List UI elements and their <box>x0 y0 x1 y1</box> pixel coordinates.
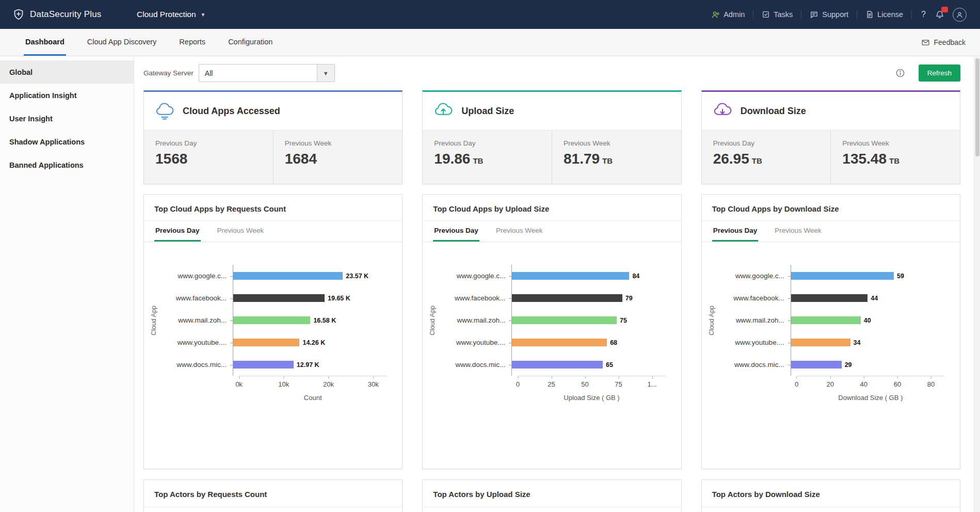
stat-value: 135.48TB <box>842 151 960 167</box>
bar-category-label: www.docs.mic... <box>718 361 791 369</box>
chart-tab-previous-week[interactable]: Previous Week <box>495 221 544 242</box>
bar[interactable] <box>791 361 842 369</box>
bar-row: www.mail.zoh...40 <box>718 309 944 331</box>
license-link[interactable]: License <box>865 10 903 19</box>
vertical-scrollbar[interactable] <box>974 57 980 512</box>
topbar-right: Admin Tasks Support <box>711 8 967 22</box>
tab-configuration[interactable]: Configuration <box>227 29 274 56</box>
x-axis-tick: 30k <box>368 380 379 388</box>
bar-value-label: 79 <box>625 295 633 302</box>
bar-value-label: 34 <box>854 339 861 346</box>
chart-tab-previous-week[interactable]: Previous Week <box>216 221 265 242</box>
bar[interactable] <box>233 294 325 302</box>
bar[interactable] <box>233 361 294 369</box>
tab-cloud-app-discovery[interactable]: Cloud App Discovery <box>86 29 158 56</box>
bar-track: 29 <box>791 354 944 376</box>
bar[interactable] <box>791 272 894 280</box>
bar-row: www.facebook...44 <box>718 287 944 309</box>
help-icon[interactable]: ? <box>920 10 927 19</box>
summary-card-header: Cloud Apps Accessed <box>144 92 402 130</box>
admin-label: Admin <box>724 10 745 19</box>
separator <box>857 10 857 19</box>
module-name: Cloud Protection <box>137 10 196 19</box>
support-link[interactable]: Support <box>810 10 848 19</box>
chart-tab-previous-day[interactable]: Previous Day <box>712 221 759 242</box>
tasks-link[interactable]: Tasks <box>762 10 793 19</box>
content: Gateway Server All ▼ Refresh <box>134 56 980 512</box>
bar-category-label: www.docs.mic... <box>439 361 511 369</box>
sidebar-item-user-insight[interactable]: User Insight <box>0 107 134 130</box>
bar-category-label: www.mail.zoh... <box>160 316 233 324</box>
bar-track: 23.57 K <box>233 265 387 287</box>
bar-value-label: 14.26 K <box>302 339 325 346</box>
x-axis: 02550751... <box>518 376 665 389</box>
sidebar-item-shadow-applications[interactable]: Shadow Applications <box>0 130 134 153</box>
chart-title: Top Cloud Apps by Requests Count <box>144 195 402 221</box>
bar-value-label: 23.57 K <box>346 273 368 280</box>
sidebar: Global Application Insight User Insight … <box>0 56 134 512</box>
tab-reports[interactable]: Reports <box>178 29 207 56</box>
bar-track: 65 <box>511 354 665 376</box>
bar[interactable] <box>233 339 299 346</box>
sidebar-item-banned-applications[interactable]: Banned Applications <box>0 153 134 177</box>
support-label: Support <box>822 10 848 19</box>
previous-day-stat: Previous Day 1568 <box>144 131 273 184</box>
summary-card-header: Upload Size <box>423 92 681 130</box>
x-axis-tick: 20k <box>323 380 334 388</box>
stat-label: Previous Week <box>842 139 960 147</box>
module-switcher[interactable]: Cloud Protection ▼ <box>137 10 206 19</box>
stat-label: Previous Day <box>713 139 831 147</box>
tab-dashboard[interactable]: Dashboard <box>24 29 66 56</box>
x-axis-tick: 20 <box>827 380 834 388</box>
separator <box>753 10 753 19</box>
sidebar-item-application-insight[interactable]: Application Insight <box>0 84 134 107</box>
bar-value-label: 68 <box>610 339 617 346</box>
x-axis-tick: 40 <box>860 380 867 388</box>
admin-link[interactable]: Admin <box>711 10 745 19</box>
summary-card-stats: Previous Day 19.86TB Previous Week 81.79… <box>423 130 681 184</box>
chart-card: Top Cloud Apps by Requests Count Previou… <box>143 194 403 469</box>
support-icon <box>810 10 818 19</box>
info-icon[interactable] <box>895 68 905 78</box>
bar-row: www.google.c...23.57 K <box>160 265 387 287</box>
user-avatar[interactable] <box>953 8 967 22</box>
bar-category-label: www.facebook... <box>718 294 791 302</box>
chart-tabs: Previous DayPrevious Week <box>144 221 402 242</box>
scrollbar-thumb[interactable] <box>975 58 979 156</box>
sidebar-item-global[interactable]: Global <box>0 60 134 84</box>
bar[interactable] <box>791 294 868 302</box>
bar-category-label: www.facebook... <box>160 294 233 302</box>
x-axis-tick: 75 <box>615 380 622 388</box>
bar[interactable] <box>791 339 850 346</box>
bar[interactable] <box>791 316 861 324</box>
bar-category-label: www.facebook... <box>439 294 511 302</box>
stat-value: 1568 <box>155 151 273 167</box>
notifications-button[interactable] <box>935 10 944 19</box>
bar[interactable] <box>512 294 622 302</box>
chart-tab-previous-day[interactable]: Previous Day <box>433 221 479 242</box>
chart-title: Top Cloud Apps by Upload Size <box>423 195 681 221</box>
bar[interactable] <box>512 316 617 324</box>
bar[interactable] <box>233 272 343 280</box>
chart-tab-previous-week[interactable]: Previous Week <box>774 221 823 242</box>
bar[interactable] <box>233 316 310 324</box>
main-area: Global Application Insight User Insight … <box>0 56 980 512</box>
bar[interactable] <box>512 339 607 346</box>
bottom-card: Top Actors by Upload Size <box>422 479 681 512</box>
stat-unit: TB <box>889 156 899 165</box>
bar[interactable] <box>512 272 629 280</box>
x-axis-tick: 0k <box>235 380 243 388</box>
bar-track: 59 <box>791 265 944 287</box>
chart-tabs: Previous DayPrevious Week <box>423 221 681 242</box>
bar[interactable] <box>512 361 603 369</box>
feedback-button[interactable]: Feedback <box>921 29 966 56</box>
bar-rows: www.google.c...59www.facebook...44www.ma… <box>718 265 944 376</box>
tasks-label: Tasks <box>774 10 793 19</box>
datasecurity-logo-icon <box>12 8 25 21</box>
chart-tab-previous-day[interactable]: Previous Day <box>154 221 201 242</box>
gateway-server-select[interactable]: All ▼ <box>199 64 335 82</box>
stat-label: Previous Day <box>434 139 552 147</box>
bar-row: www.docs.mic...12.97 K <box>160 354 387 376</box>
bar-rows: www.google.c...84www.facebook...79www.ma… <box>439 265 665 376</box>
refresh-button[interactable]: Refresh <box>919 65 960 82</box>
